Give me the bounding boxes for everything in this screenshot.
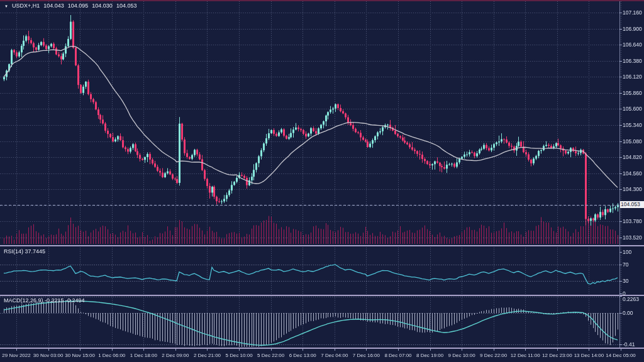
time-axis-label: 1 Dec 18:00	[130, 353, 157, 358]
symbol-timeframe-label: USDX+,H1	[12, 3, 40, 9]
chart-canvas[interactable]	[0, 0, 644, 362]
price-axis-label: 104.300	[623, 186, 642, 192]
price-axis-label: 105.600	[623, 106, 642, 112]
time-axis-label: 30 Nov 15:00	[65, 353, 95, 358]
time-axis-label: 30 Nov 03:00	[33, 353, 64, 358]
price-axis-label: 105.340	[623, 122, 642, 128]
rsi-axis-label: 100	[623, 249, 631, 255]
ohlc-open-value: 104.043	[43, 3, 64, 9]
time-axis-label: 29 Nov 2022	[2, 353, 30, 358]
window-top-border	[0, 0, 644, 1]
macd-axis-label: -0.41	[623, 341, 635, 348]
price-axis-label: 105.080	[623, 138, 642, 145]
macd-axis-label: 0.00	[623, 310, 633, 316]
ohlc-high-value: 104.095	[68, 3, 89, 9]
current-price-badge: 104.053	[620, 201, 644, 208]
time-axis-label: 2 Dec 09:00	[162, 353, 189, 358]
price-axis-label: 107.160	[623, 9, 642, 16]
time-axis-label: 13 Dec 14:00	[574, 353, 604, 358]
time-axis-label: 7 Dec 16:00	[353, 353, 380, 358]
ohlc-close-value: 104.053	[116, 3, 137, 9]
time-axis-label: 2 Dec 21:00	[194, 353, 221, 358]
time-axis-label: 7 Dec 04:00	[321, 353, 348, 358]
rsi-axis-label: 70	[623, 261, 628, 268]
time-axis-label: 6 Dec 13:00	[289, 353, 316, 358]
time-axis-label: 8 Dec 19:00	[416, 353, 443, 358]
price-axis-label: 104.820	[623, 154, 642, 160]
mt5-chart-window: ▼ USDX+,H1 104.043 104.095 104.030 104.0…	[0, 0, 644, 362]
price-axis-label: 104.560	[623, 170, 642, 177]
macd-axis-label: 0.2263	[623, 296, 639, 302]
price-axis-label: 105.860	[623, 90, 642, 96]
time-axis-label: 5 Dec 10:00	[225, 353, 252, 358]
price-axis-label: 106.120	[623, 74, 642, 80]
price-axis-label: 106.380	[623, 58, 642, 64]
macd-indicator-label: MACD(12,26,9) -0.2215 -0.2494	[4, 297, 85, 304]
chevron-down-icon[interactable]: ▼	[4, 4, 8, 8]
price-axis-label: 106.640	[623, 41, 642, 48]
time-axis-label: 8 Dec 07:00	[384, 353, 411, 358]
symbol-info-bar: ▼ USDX+,H1 104.043 104.095 104.030 104.0…	[4, 3, 136, 9]
time-axis-label: 5 Dec 22:00	[257, 353, 284, 358]
price-axis-label: 103.520	[623, 234, 642, 241]
time-axis-label: 9 Dec 22:00	[480, 353, 507, 358]
price-axis-label: 106.900	[623, 26, 642, 32]
rsi-axis-label: 30	[623, 278, 628, 284]
time-axis-label: 1 Dec 06:00	[98, 353, 125, 358]
price-axis-label: 103.780	[623, 218, 642, 224]
time-axis-label: 9 Dec 10:00	[448, 353, 475, 358]
rsi-indicator-label: RSI(14) 37.7445	[4, 248, 45, 255]
time-axis-label: 14 Dec 05:00	[606, 353, 636, 358]
time-axis-label: 12 Dec 23:00	[542, 353, 572, 358]
ohlc-low-value: 104.030	[92, 3, 113, 9]
time-axis-label: 12 Dec 11:00	[511, 353, 540, 358]
